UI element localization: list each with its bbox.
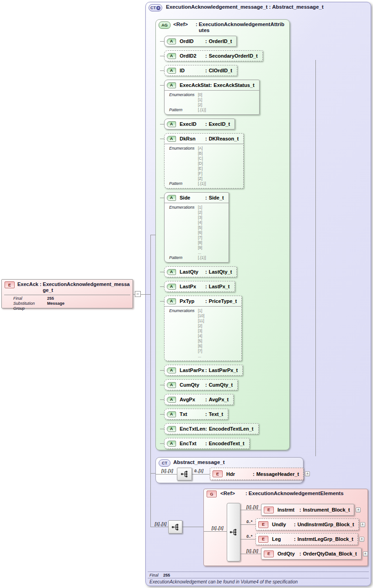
divider [148, 578, 369, 578]
element-box[interactable]: E Undly :UndInstrmtGrp_Block_t [256, 518, 359, 530]
enumeration-value: [2] [198, 324, 204, 329]
element-badge: E [264, 507, 274, 513]
attribute-list: A OrdID :OrderID_t A OrdID2 :SecondaryOr… [164, 36, 288, 453]
expand-icon[interactable]: + [360, 522, 365, 527]
connector-line [150, 235, 155, 235]
element-type: :OrderQtyData_Block_t [299, 551, 357, 556]
final-label: Final [149, 573, 163, 577]
attribute-box[interactable]: A LastPx :LastPx_t [164, 281, 235, 292]
enumeration-value: [C] [198, 156, 206, 161]
attribute-box[interactable]: A LastParPx :LastParPx_t [164, 365, 243, 376]
enumeration-value: [B] [198, 151, 206, 156]
attribute-badge: A [167, 284, 176, 290]
global-element-box[interactable]: E ExecAck : ExecutionAcknowledgement_mes… [1, 279, 133, 308]
attribute-box[interactable]: A LastQty :LastQty_t [164, 266, 237, 277]
base-type-box[interactable]: CT Abstract_message_t [1]..[1] 0..[1] E … [155, 457, 304, 483]
element-box[interactable]: E OrdQty :OrderQtyData_Block_t [261, 548, 362, 560]
attribute-box[interactable]: A AvgPx :AvgPx_t [164, 394, 234, 405]
attribute-box[interactable]: A Side :Side_t Enumerations Pattern [1][… [164, 192, 229, 263]
connector-line [192, 474, 210, 475]
connector-line [240, 554, 261, 554]
attribute-box[interactable]: A OrdID :OrderID_t [164, 36, 237, 47]
collapse-toggle-icon[interactable]: − [135, 291, 141, 297]
attribute-name: EncTxtLen [180, 426, 205, 432]
substitution-group-label: Substitution Group [13, 301, 47, 311]
attribute-badge: A [167, 195, 176, 201]
attribute-badge: A [167, 269, 176, 275]
expand-icon[interactable]: + [363, 551, 368, 556]
complex-type-badge: CT [159, 459, 171, 467]
attribute-type: :EncodedText_t [205, 441, 245, 446]
sequence-icon[interactable] [168, 520, 182, 534]
substitution-group-value: Message [47, 301, 64, 311]
attribute-name: EncTxt [180, 441, 205, 446]
cardinality-label: [1]..[1] [246, 549, 258, 553]
complex-type-badge: CT+ [149, 4, 162, 11]
group-name: <Ref> [220, 491, 244, 496]
element-type: :InstrmtLegGrp_Block_t [294, 536, 353, 542]
element-box-hdr[interactable]: E Hdr :MessageHeader_t [210, 468, 304, 480]
type-separator: : [269, 4, 271, 10]
attribute-box[interactable]: A OrdID2 :SecondaryOrderID_t [164, 50, 263, 61]
element-badge: E [258, 521, 268, 528]
attribute-type: :SecondaryOrderID_t [205, 53, 258, 59]
element-box[interactable]: E Instrmt :Instrument_Block_t [261, 504, 354, 516]
element-name: Undly [272, 522, 294, 527]
cardinality-label: [1]..[1] [246, 505, 258, 509]
enumerations-label: Enumerations [169, 92, 198, 97]
sequence-icon[interactable] [177, 468, 192, 480]
pattern-value: [.{1}] [198, 108, 206, 113]
attribute-group-box[interactable]: AG <Ref> : ExecutionAcknowledgementAttri… [155, 19, 290, 450]
connector-line [240, 539, 256, 539]
enumeration-value: [6] [198, 344, 204, 349]
sequence-compositor-bar[interactable] [227, 503, 240, 561]
attribute-box[interactable]: A DkRsn :DKReason_t Enumerations Pattern… [164, 133, 244, 189]
attribute-name: PxTyp [180, 298, 205, 304]
attribute-badge: A [167, 367, 176, 373]
connector-trunk-line [150, 235, 151, 527]
attribute-name: ID [180, 68, 205, 73]
attribute-box[interactable]: A ExecID :ExecID_t [164, 119, 235, 129]
enumeration-value: ... [198, 354, 204, 359]
enumeration-value: [8] [198, 240, 206, 245]
attribute-box[interactable]: A EncTxt :EncodedText_t [164, 438, 250, 449]
divider [148, 572, 369, 572]
enumeration-value: [2] [198, 102, 206, 108]
attribute-name: DkRsn [180, 136, 205, 141]
attribute-box[interactable]: A ID :ClOrdID_t [164, 65, 237, 76]
enumeration-value: [3] [198, 329, 204, 334]
enumeration-value: [3] [198, 215, 206, 220]
enumeration-value: [4] [198, 334, 204, 339]
enumeration-value: [4] [198, 220, 206, 225]
facet-table: Enumerations Pattern [A][B][C][D][E][F][… [165, 144, 243, 188]
element-box[interactable]: E Leg :InstrmtLegGrp_Block_t [256, 533, 358, 545]
connector-trunk-line [315, 60, 316, 456]
attribute-name: CumQty [180, 382, 205, 388]
attribute-type: :Side_t [205, 195, 224, 200]
attribute-box[interactable]: A CumQty :CumQty_t [164, 379, 238, 390]
attribute-badge: A [167, 136, 176, 142]
attribute-box[interactable]: A Txt :Text_t [164, 409, 228, 420]
attribute-name: LastQty [180, 269, 205, 275]
expand-icon[interactable]: + [356, 507, 361, 512]
attribute-name: ExecAckStat [180, 82, 210, 88]
attribute-badge: A [167, 441, 176, 447]
attribute-box[interactable]: A PxTyp :PriceType_t Enumerations [1][10… [164, 296, 242, 361]
expand-icon[interactable]: + [359, 537, 364, 542]
attribute-name: AvgPx [180, 397, 205, 402]
enumeration-value: [9] [198, 245, 206, 250]
cardinality-label: [1]..[1] [161, 469, 173, 473]
attribute-badge: A [167, 411, 176, 417]
attribute-name: OrdID [180, 38, 205, 44]
enumeration-value: [10] [198, 313, 204, 318]
expand-icon[interactable]: + [305, 471, 310, 476]
attribute-group-name: <Ref> [173, 22, 194, 27]
attribute-box[interactable]: A ExecAckStat :ExecAckStatus_t Enumerati… [164, 80, 260, 115]
element-type: :UndInstrmtGrp_Block_t [294, 522, 354, 527]
type-separator: : [196, 22, 197, 27]
facet-table: Enumerations Pattern [1][2][3][4][5][6][… [165, 203, 229, 262]
attribute-box[interactable]: A EncTxtLen :EncodedTextLen_t [164, 423, 259, 434]
element-group-box[interactable]: G <Ref> : ExecutionAcknowledgementElemen… [203, 489, 368, 566]
enumeration-value: [A] [198, 146, 206, 151]
final-label: Final [13, 296, 47, 301]
